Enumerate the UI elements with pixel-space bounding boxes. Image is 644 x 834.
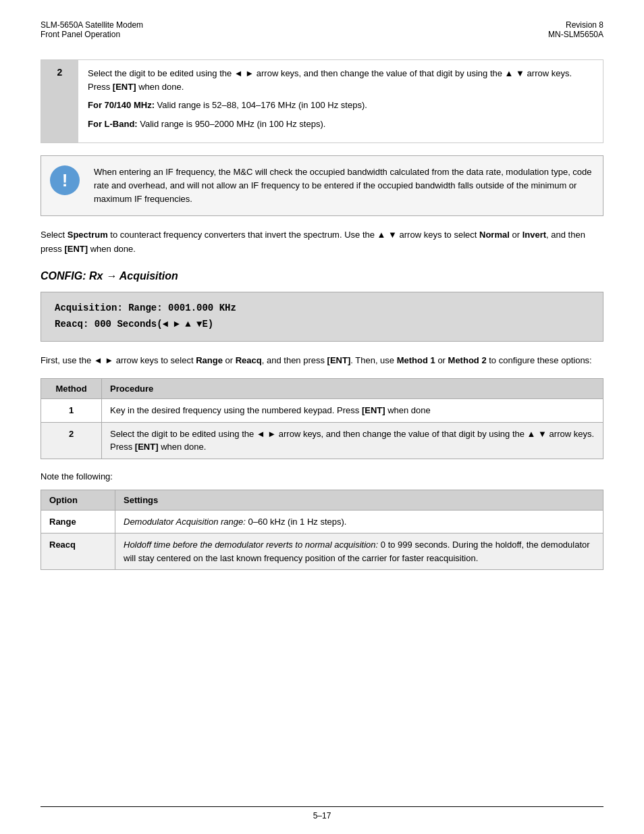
method-1-number: 1 <box>41 399 102 423</box>
info-icon: ! <box>50 165 80 195</box>
code-line-2: Reacq: 000 Seconds(◄ ► ▲ ▼E) <box>55 317 589 333</box>
reacq-settings: Holdoff time before the demodulator reve… <box>115 533 603 570</box>
reacq-option: Reacq <box>41 533 115 570</box>
spectrum-paragraph: Select Spectrum to counteract frequency … <box>41 228 603 257</box>
note-box: ! When entering an IF frequency, the M&C… <box>41 155 603 216</box>
note-icon-area: ! <box>41 156 88 215</box>
section-heading: CONFIG: Rx → Acquisition <box>41 270 603 282</box>
step-2-text: Select the digit to be edited using the … <box>88 67 593 93</box>
page: SLM-5650A Satellite Modem Front Panel Op… <box>0 0 644 834</box>
header-title: SLM-5650A Satellite Modem <box>41 20 143 30</box>
range-option: Range <box>41 510 115 533</box>
page-header: SLM-5650A Satellite Modem Front Panel Op… <box>41 20 603 39</box>
procedure-col-header: Procedure <box>102 379 603 399</box>
method-2-number: 2 <box>41 422 102 459</box>
pre-table-paragraph: First, use the ◄ ► arrow keys to select … <box>41 354 603 368</box>
code-block: Acquisition: Range: 0001.000 KHz Reacq: … <box>41 292 603 342</box>
note-following-label: Note the following: <box>41 471 603 481</box>
note-content: When entering an IF frequency, the M&C w… <box>88 156 603 215</box>
method-table: Method Procedure 1 Key in the desired fr… <box>41 378 603 459</box>
method-1-procedure: Key in the desired frequency using the n… <box>102 399 603 423</box>
step-2-box: 2 Select the digit to be edited using th… <box>41 59 603 143</box>
option-table: Option Settings Range Demodulator Acquis… <box>41 490 603 571</box>
header-revision: Revision 8 <box>548 20 603 30</box>
header-left: SLM-5650A Satellite Modem Front Panel Op… <box>41 20 143 39</box>
step-2-lband: For L-Band: Valid range is 950–2000 MHz … <box>88 118 593 131</box>
page-number: 5–17 <box>313 811 331 820</box>
code-line-1: Acquisition: Range: 0001.000 KHz <box>55 301 589 317</box>
table-row: Range Demodulator Acquisition range: 0–6… <box>41 510 603 533</box>
range-settings: Demodulator Acquisition range: 0–60 kHz … <box>115 510 603 533</box>
header-right: Revision 8 MN-SLM5650A <box>548 20 603 39</box>
table-row: 2 Select the digit to be edited using th… <box>41 422 603 459</box>
settings-col-header: Settings <box>115 490 603 510</box>
method-col-header: Method <box>41 379 102 399</box>
step-2-content: Select the digit to be edited using the … <box>78 60 603 142</box>
step-2-mhz: For 70/140 MHz: Valid range is 52–88, 10… <box>88 99 593 112</box>
header-subtitle: Front Panel Operation <box>41 30 143 39</box>
table-row: 1 Key in the desired frequency using the… <box>41 399 603 423</box>
method-2-procedure: Select the digit to be edited using the … <box>102 422 603 459</box>
table-row: Reacq Holdoff time before the demodulato… <box>41 533 603 570</box>
page-footer: 5–17 <box>41 806 603 820</box>
option-col-header: Option <box>41 490 115 510</box>
header-doc-id: MN-SLM5650A <box>548 30 603 39</box>
step-2-number: 2 <box>41 60 78 142</box>
